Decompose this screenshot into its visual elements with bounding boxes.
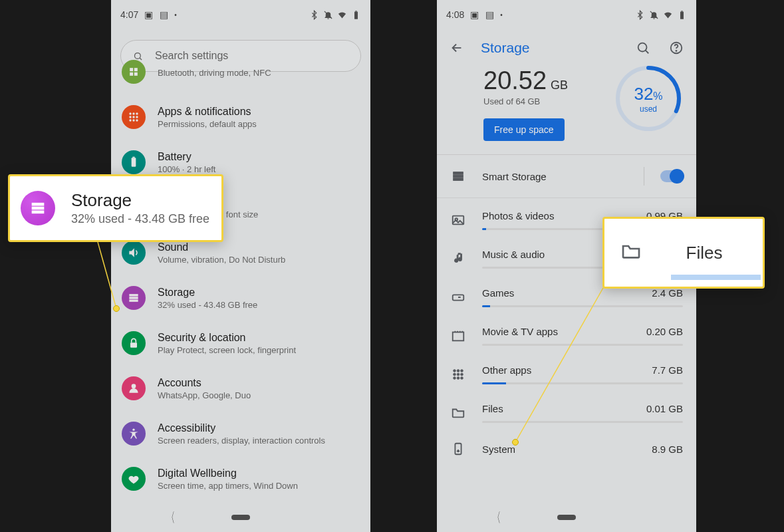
folder-icon	[620, 241, 642, 265]
nav-home-pill[interactable]	[557, 515, 576, 520]
more-dot: •	[500, 11, 503, 19]
svg-rect-18	[132, 158, 136, 166]
callout-files: Files	[602, 217, 765, 289]
callout-files-bar	[671, 275, 761, 280]
search-button[interactable]	[630, 35, 656, 61]
svg-rect-52	[455, 444, 461, 455]
account-icon	[122, 376, 146, 400]
bluetooth-icon	[635, 10, 645, 20]
svg-point-17	[136, 119, 138, 121]
nav-back-icon[interactable]: 〈	[493, 509, 501, 527]
category-title: Music & audio	[482, 249, 545, 260]
callout-storage: Storage 32% used - 43.48 GB free	[8, 174, 223, 242]
svg-rect-53	[32, 203, 45, 206]
category-icon	[450, 290, 466, 305]
nav-home-pill[interactable]	[231, 515, 250, 520]
item-title: Storage	[158, 287, 358, 299]
settings-item-apps-notifications[interactable]: Apps & notificationsPermissions, default…	[111, 94, 370, 140]
back-button[interactable]	[444, 35, 470, 61]
settings-item-storage[interactable]: Storage32% used - 43.48 GB free	[111, 275, 370, 321]
svg-rect-23	[129, 300, 138, 302]
settings-item-accessibility[interactable]: AccessibilityScreen readers, display, in…	[111, 411, 370, 456]
svg-point-9	[129, 112, 131, 114]
smart-storage-row[interactable]: Smart Storage	[437, 155, 696, 198]
storage-summary: 20.52 GB Used of 64 GB Free up space 32%…	[437, 66, 696, 155]
nav-bar: 〈	[111, 503, 370, 532]
category-size: 8.9 GB	[652, 444, 683, 455]
svg-point-43	[454, 370, 456, 372]
category-bar	[482, 421, 683, 423]
category-bar	[482, 382, 683, 384]
storage-icon	[21, 191, 55, 225]
connected-icon	[122, 60, 146, 84]
smart-storage-label: Smart Storage	[482, 171, 628, 182]
settings-item-security-location[interactable]: Security & locationPlay Protect, screen …	[111, 321, 370, 366]
battery-icon	[677, 10, 687, 20]
usage-donut: 32% used	[614, 64, 683, 133]
donut-used-label: used	[640, 104, 657, 114]
svg-line-4	[140, 58, 142, 60]
settings-item-connected[interactable]: Bluetooth, driving mode, NFC	[111, 49, 370, 94]
item-title: Accessibility	[158, 422, 358, 434]
svg-point-14	[136, 116, 138, 118]
category-title: Movie & TV apps	[482, 326, 558, 337]
svg-point-12	[129, 116, 131, 118]
svg-point-13	[132, 116, 134, 118]
a11y-icon	[122, 422, 146, 446]
item-subtitle: Screen readers, display, interaction con…	[158, 436, 358, 446]
storage-icon	[450, 169, 466, 184]
category-size: 0.01 GB	[646, 403, 683, 414]
storage-row-other-apps[interactable]: Other apps7.7 GB	[437, 352, 696, 391]
storage-row-files[interactable]: Files0.01 GB	[437, 391, 696, 430]
storage-row-movie-tv-apps[interactable]: Movie & TV apps0.20 GB	[437, 314, 696, 352]
storage-header: Storage	[437, 29, 696, 66]
item-title: Apps & notifications	[158, 106, 358, 118]
item-subtitle: Play Protect, screen lock, fingerprint	[158, 345, 358, 355]
item-title: Accounts	[158, 377, 358, 389]
settings-screen: 4:07 ▣ ▤ • Search settings	[111, 0, 370, 532]
svg-rect-21	[129, 294, 138, 296]
item-title: Digital Wellbeing	[158, 467, 358, 479]
category-icon	[450, 442, 466, 456]
svg-rect-19	[132, 157, 134, 158]
item-subtitle: Volume, vibration, Do Not Disturb	[158, 255, 358, 265]
svg-point-47	[457, 373, 459, 376]
wifi-icon	[663, 10, 673, 20]
category-size: 0.20 GB	[646, 326, 683, 337]
item-title: Security & location	[158, 332, 358, 344]
apps-icon	[122, 105, 146, 129]
storage-row-system[interactable]: System8.9 GB	[437, 430, 696, 463]
svg-rect-24	[130, 342, 137, 348]
item-title: Battery	[158, 151, 358, 163]
item-subtitle: Permissions, default apps	[158, 119, 358, 129]
bluetooth-icon	[309, 10, 319, 20]
free-up-space-button[interactable]: Free up space	[483, 118, 565, 141]
svg-rect-8	[134, 72, 138, 76]
category-title: Files	[482, 403, 503, 414]
category-title: Photos & videos	[482, 210, 554, 221]
callout-sub: 32% used - 43.48 GB free	[71, 212, 209, 226]
status-bar: 4:08 ▣ ▤ •	[437, 0, 696, 29]
item-subtitle: Screen time, app timers, Wind Down	[158, 481, 358, 491]
category-bar	[482, 305, 683, 307]
svg-point-33	[676, 51, 676, 51]
calendar-icon: ▤	[159, 10, 169, 20]
help-button[interactable]	[663, 35, 690, 61]
nav-back-icon[interactable]: 〈	[167, 509, 175, 527]
settings-item-digital-wellbeing[interactable]: Digital WellbeingScreen time, app timers…	[111, 456, 370, 501]
category-title: Games	[482, 287, 514, 299]
pin	[512, 439, 519, 446]
dnd-icon	[323, 10, 333, 20]
battery-icon	[351, 10, 361, 20]
svg-point-10	[132, 112, 134, 114]
category-size: 2.4 GB	[652, 287, 683, 299]
category-icon	[450, 251, 466, 266]
svg-point-44	[457, 370, 459, 372]
smart-storage-toggle[interactable]	[660, 170, 683, 182]
svg-rect-36	[454, 172, 463, 175]
svg-point-11	[136, 112, 138, 114]
svg-rect-37	[454, 175, 463, 178]
svg-rect-42	[453, 332, 464, 341]
settings-item-accounts[interactable]: AccountsWhatsApp, Google, Duo	[111, 366, 370, 411]
category-bar	[482, 344, 683, 346]
